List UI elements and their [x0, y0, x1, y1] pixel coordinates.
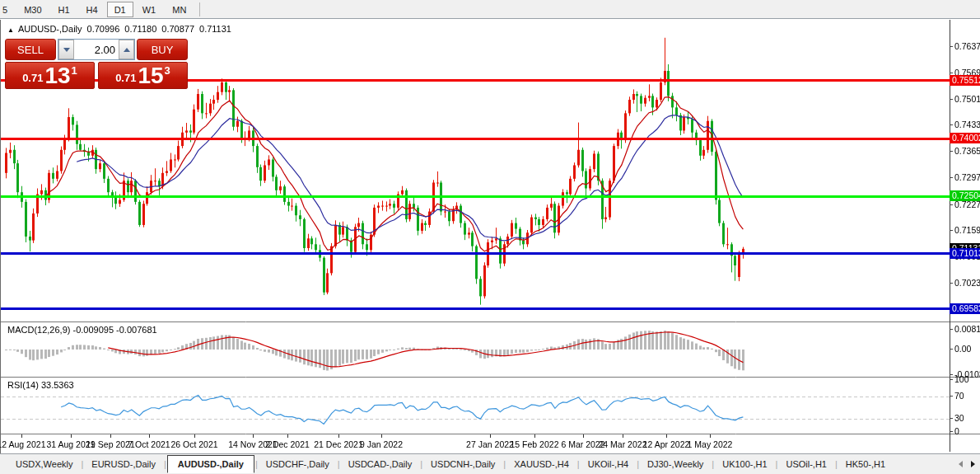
tabs-scroll-left-arrow[interactable] [959, 461, 963, 467]
date-tick-label: 24 Mar 2022 [599, 439, 647, 449]
low-value: 0.70877 [161, 24, 194, 34]
price-level-badge: 0.71013 [950, 248, 980, 259]
sell-price-prefix: 0.71 [22, 72, 43, 84]
price-tick-label: 0.74330 [954, 120, 980, 129]
price-tick-label: 0.71590 [954, 225, 980, 235]
buy-button[interactable]: BUY [137, 39, 188, 60]
chart-tab-usdchf-daily[interactable]: USDCHF-,Daily [259, 456, 337, 472]
tab-separator: | [637, 459, 639, 469]
volume-increase-button[interactable] [119, 40, 134, 59]
date-tick-label: 21 Dec 2021 [314, 439, 363, 449]
arrow-down-icon [63, 48, 70, 52]
chart-tab-ukoil-h4[interactable]: UKOil-,H4 [581, 456, 637, 472]
close-value: 0.71131 [199, 24, 231, 34]
date-tick-label: 26 Oct 2021 [170, 439, 217, 449]
price-tick-label: 0.73650 [954, 146, 980, 156]
chart-window: ▲AUDUSD-,Daily0.709960.711800.708770.711… [0, 20, 980, 453]
buy-price-box[interactable]: 0.71153 [98, 62, 188, 89]
timeframe-button-m30[interactable]: M30 [16, 2, 49, 17]
chart-tabbar: USDX,Weekly|EURUSD-,Daily|AUDUSD-,Daily|… [0, 453, 980, 474]
one-click-trading-panel: SELL BUY 0.71131 0.71153 [5, 39, 188, 89]
open-value: 0.70996 [87, 24, 120, 34]
rsi-tick-label: 100 [954, 374, 969, 384]
tab-separator: | [81, 459, 83, 469]
price-tick-label: 0.75010 [954, 94, 980, 104]
price-level-badge: 0.72504 [950, 190, 980, 201]
price-level-badge: 0.74002 [950, 133, 980, 143]
date-tick-label: 15 Feb 2022 [511, 439, 559, 449]
tab-separator: | [164, 459, 166, 469]
timeframe-button-5[interactable]: 5 [0, 2, 15, 17]
high-value: 0.71180 [124, 24, 156, 34]
tab-separator: | [776, 459, 778, 469]
chart-tab-uk100-h1[interactable]: UK100-,H1 [715, 456, 774, 472]
timeframe-button-w1[interactable]: W1 [135, 2, 164, 17]
symbol-period-label: AUDUSD-,Daily [18, 24, 82, 34]
price-level-badge: 0.69582 [950, 303, 980, 314]
chart-tab-dj30-weekly[interactable]: DJ30-,Weekly [640, 456, 711, 472]
trading-platform-window: { "toolbar": { "timeframes": [ {"label":… [0, 0, 980, 474]
rsi-tick-label: 0 [954, 426, 959, 436]
macd-tick-label: 0.00 [954, 344, 971, 354]
tab-separator: | [338, 459, 340, 469]
chart-tab-eurusd-daily[interactable]: EURUSD-,Daily [84, 456, 163, 472]
tab-separator: | [503, 459, 506, 469]
chart-title: ▲AUDUSD-,Daily0.709960.711800.708770.711… [7, 24, 231, 34]
sell-price-big: 13 [44, 65, 70, 87]
date-tick-label: 1 May 2022 [688, 439, 733, 449]
date-tick-label: 9 Jan 2022 [360, 439, 403, 449]
tab-separator: | [712, 459, 714, 469]
toolbar-separator [199, 2, 200, 16]
chart-tab-xauusd-h4[interactable]: XAUUSD-,H4 [506, 456, 576, 472]
chart-tab-usdcnh-daily[interactable]: USDCNH-,Daily [423, 456, 502, 472]
tabs-scroll-right-arrow[interactable] [971, 461, 975, 467]
rsi-tick-label: 30 [954, 413, 964, 423]
macd-tick-label: 0.00811 [954, 324, 980, 334]
sell-price-pipette: 1 [72, 64, 77, 77]
chart-tab-usdx-weekly[interactable]: USDX,Weekly [8, 456, 80, 472]
date-tick-label: 27 Jan 2022 [466, 439, 514, 449]
tab-separator: | [255, 459, 258, 469]
rsi-tick-label: 70 [954, 391, 964, 401]
price-level-badge: 0.75512 [950, 75, 980, 86]
arrow-up-icon [124, 48, 130, 52]
tab-separator: | [577, 459, 580, 469]
rsi-indicator-label: RSI(14) 33.5363 [7, 380, 74, 390]
timeframe-button-h1[interactable]: H1 [51, 2, 77, 17]
volume-decrease-button[interactable] [58, 40, 74, 59]
collapse-triangle-icon[interactable]: ▲ [7, 26, 14, 34]
date-tick-label: 12 Apr 2022 [643, 439, 690, 449]
price-tick-label: 0.76370 [954, 41, 980, 51]
tab-separator: | [835, 459, 838, 469]
sell-price-box[interactable]: 0.71131 [5, 62, 95, 89]
macd-indicator-label: MACD(12,26,9) -0.009095 -0.007681 [7, 325, 157, 335]
buy-price-prefix: 0.71 [115, 72, 136, 84]
date-tick-label: 2 Dec 2021 [265, 439, 310, 449]
timeframe-button-h4[interactable]: H4 [79, 2, 105, 17]
chart-tab-usoil-h1[interactable]: USOil-,H1 [778, 456, 834, 472]
timeframe-button-mn[interactable]: MN [165, 2, 194, 17]
timeframe-toolbar: 5M30H1H4D1W1MN [0, 0, 980, 19]
date-tick-label: 12 Aug 2021 [0, 439, 45, 449]
tab-separator: | [420, 459, 422, 469]
sell-button[interactable]: SELL [5, 39, 56, 60]
buy-price-pipette: 3 [165, 64, 170, 77]
date-tick-label: 7 Oct 2021 [128, 439, 170, 449]
chart-tab-usdcad-daily[interactable]: USDCAD-,Daily [341, 456, 420, 472]
price-tick-label: 0.70230 [954, 278, 980, 288]
chart-tab-audusd-daily[interactable]: AUDUSD-,Daily [167, 455, 254, 473]
buy-price-big: 15 [138, 65, 163, 87]
timeframe-button-d1[interactable]: D1 [107, 2, 133, 17]
price-tick-label: 0.72970 [954, 172, 980, 182]
volume-input[interactable] [74, 40, 119, 59]
volume-control [58, 39, 135, 60]
chart-tab-hk50-h1[interactable]: HK50-,H1 [838, 456, 893, 472]
